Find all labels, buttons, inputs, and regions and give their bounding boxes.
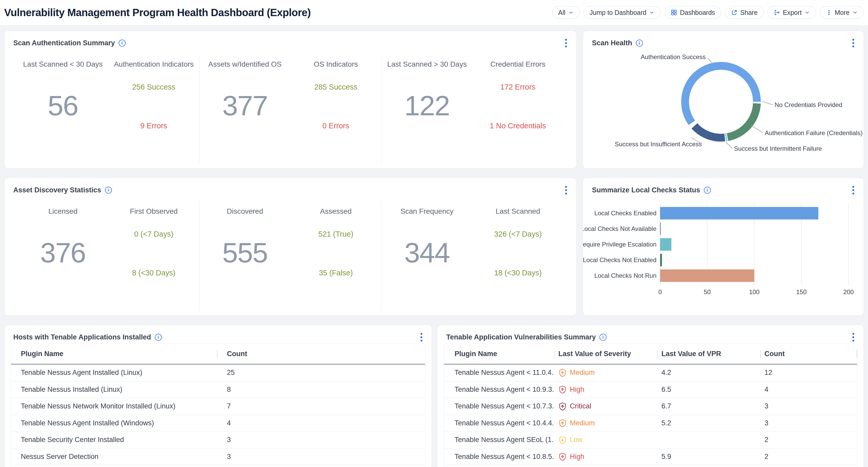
cell-vpr: 5.9	[657, 453, 760, 461]
table-row[interactable]: Tenable Security Center Installed3	[11, 432, 425, 448]
cell-count: 12	[760, 369, 857, 377]
donut-slice-0[interactable]: Authentication Success	[685, 66, 757, 123]
x-tick-label: 0	[658, 288, 662, 295]
cell-count: 2	[760, 436, 857, 444]
share-label: Share	[740, 9, 758, 17]
kebab-menu-icon[interactable]	[564, 185, 568, 196]
donut-label-authentication-success: Authentication Success	[641, 53, 706, 61]
bar-3[interactable]: Local Checks Not Enabled: 2	[660, 254, 662, 266]
scan-health-donut-chart: Authentication SuccessNo Credentials Pro…	[583, 31, 864, 169]
hosts-table: Plugin Name Count Tenable Nessus Agent I…	[11, 343, 426, 467]
vulnerabilities-table: Plugin Name Last Value of Severity Last …	[444, 343, 857, 467]
table-row[interactable]: Tenable Nessus Network Monitor Installed…	[11, 398, 425, 415]
filter-all-label: All	[558, 9, 565, 17]
kebab-menu-icon[interactable]	[419, 332, 424, 343]
severity-badge: Low	[570, 436, 583, 444]
cell-count: 4	[760, 385, 857, 393]
cell-plugin-name: Tenable Nessus Agent < 10.8.5...	[444, 453, 554, 461]
jump-to-dashboard-button[interactable]: Jump to Dashboard	[584, 6, 661, 19]
stat-column-authentication-indicators: Authentication Indicators 256 Success 9 …	[108, 54, 199, 163]
kebab-menu-icon[interactable]	[564, 38, 568, 49]
donut-label-intermittent-failure: Success but Intermittent Failure	[734, 145, 822, 152]
stat-column-assessed: Assessed 521 (True) 35 (False)	[290, 202, 381, 310]
export-icon	[774, 9, 780, 16]
share-icon	[731, 9, 738, 16]
donut-label-insufficient-access: Success but Insufficient Access	[615, 141, 702, 148]
more-button[interactable]: More	[820, 6, 864, 19]
table-row[interactable]: Tenable Nessus Agent < 11.0.4... Medium4…	[444, 364, 857, 381]
chevron-down-icon	[852, 10, 858, 16]
page-title: Vulnerability Management Program Health …	[4, 7, 311, 19]
donut-slice-3[interactable]: Success but Intermittent Failure	[725, 137, 727, 138]
jump-to-dashboard-label: Jump to Dashboard	[590, 9, 646, 17]
bar-1[interactable]: Local Checks Not Available: 0.5	[660, 223, 661, 235]
table-row[interactable]: Tenable Nessus Agent Installed (Windows)…	[11, 415, 425, 432]
kebab-menu-icon[interactable]	[851, 332, 856, 343]
bar-category-label: Local Checks Enabled	[594, 209, 656, 216]
column-header-last-value-of-vpr[interactable]: Last Value of VPR	[657, 344, 760, 364]
dashboards-label: Dashboards	[680, 9, 715, 17]
donut-slice-2[interactable]: Authentication Failure (Credentials)	[727, 103, 757, 137]
stat-column-credential-errors: Credential Errors 172 Errors 1 No Creden…	[472, 54, 563, 163]
bar-4[interactable]: Local Checks Not Run: 100	[660, 269, 754, 282]
x-tick-label: 100	[749, 288, 760, 295]
severity-badge: Medium	[570, 419, 595, 427]
share-button[interactable]: Share	[725, 6, 764, 19]
stat-column-assets-identified-os: Assets w/Identified OS 377	[199, 54, 290, 163]
panel-scan-authentication-summary: Scan Authentication Summary i Last Scann…	[4, 31, 577, 169]
table-row[interactable]: Tenable Nessus Agent < 10.8.5... High5.9…	[444, 448, 857, 465]
cell-plugin-name: Tenable Nessus Agent < 10.7.3...	[444, 402, 554, 410]
cell-plugin-name: Tenable Nessus Network Monitor Installed…	[11, 402, 217, 410]
info-icon[interactable]: i	[599, 334, 607, 341]
cell-count: 2	[760, 453, 857, 461]
column-header-count[interactable]: Count	[217, 344, 425, 364]
scan-auth-stats: Last Scanned < 30 Days 56 Authentication…	[18, 54, 563, 163]
severity-shield-icon	[558, 419, 567, 427]
table-row[interactable]: Tenable Nessus Agent < 10.7.3... Critica…	[444, 398, 857, 415]
panel-asset-discovery-statistics: Asset Discovery Statistics i Licensed 37…	[4, 178, 577, 316]
table-row[interactable]: Tenable Nessus Installed (Linux)8	[11, 381, 425, 398]
filter-all-button[interactable]: All	[552, 6, 580, 19]
cell-plugin-name: Tenable Nessus Agent SEoL (1...	[444, 436, 554, 444]
grid-icon	[671, 9, 677, 16]
stat-column-last-scanned-gt-30: Last Scanned > 30 Days 122	[381, 54, 472, 163]
bar-0[interactable]: Local Checks Enabled: 168	[660, 207, 818, 220]
column-header-plugin-name[interactable]: Plugin Name	[444, 344, 554, 364]
severity-badge: Critical	[570, 402, 591, 410]
table-row[interactable]: Tenable Nessus Agent < 10.9.3... High6.5…	[444, 381, 857, 398]
cell-severity: Medium	[554, 419, 657, 427]
stat-column-last-scanned-lt-30: Last Scanned < 30 Days 56	[18, 54, 108, 163]
table-row[interactable]: Nessus Server Detection3	[11, 448, 425, 465]
info-icon[interactable]: i	[119, 39, 126, 47]
table-row[interactable]: Tenable Nessus Agent Installed (Linux)25	[11, 364, 425, 381]
x-tick-label: 200	[843, 288, 854, 295]
export-label: Export	[783, 9, 802, 17]
chevron-down-icon	[649, 10, 655, 16]
more-label: More	[835, 9, 849, 17]
panel-title: Hosts with Tenable Applications Installe…	[13, 333, 151, 341]
cell-severity: Low	[554, 436, 657, 444]
panel-hosts-with-tenable-applications: Hosts with Tenable Applications Installe…	[4, 325, 432, 467]
cell-count: 3	[217, 453, 425, 461]
x-tick-label: 50	[704, 288, 711, 295]
table-row[interactable]: Tenable Nessus Agent SEoL (1... Low2	[444, 432, 857, 448]
column-header-plugin-name[interactable]: Plugin Name	[11, 344, 217, 364]
column-header-count[interactable]: Count	[760, 344, 857, 364]
header-divider	[217, 350, 218, 358]
cell-count: 7	[217, 402, 425, 410]
donut-label-no-credentials-provided: No Credentials Provided	[775, 101, 842, 109]
donut-slice-4[interactable]: Success but Insufficient Access	[694, 126, 725, 138]
hosts-table-header: Plugin Name Count	[11, 344, 425, 364]
column-header-last-value-of-severity[interactable]: Last Value of Severity	[554, 344, 657, 364]
info-icon[interactable]: i	[105, 187, 112, 194]
cell-vpr: 6.5	[657, 385, 760, 393]
cell-plugin-name: Tenable Nessus Agent Installed (Windows)	[11, 419, 217, 427]
donut-callout-line	[726, 142, 733, 149]
stat-column-licensed: Licensed 376	[18, 202, 108, 310]
table-row[interactable]: Tenable Nessus Agent < 10.4.4... Medium5…	[444, 415, 857, 432]
export-button[interactable]: Export	[768, 6, 816, 19]
header-divider	[857, 350, 857, 358]
dashboards-button[interactable]: Dashboards	[664, 6, 721, 19]
bar-2[interactable]: Require Privilege Escalation: 12	[660, 238, 671, 251]
info-icon[interactable]: i	[155, 334, 162, 341]
